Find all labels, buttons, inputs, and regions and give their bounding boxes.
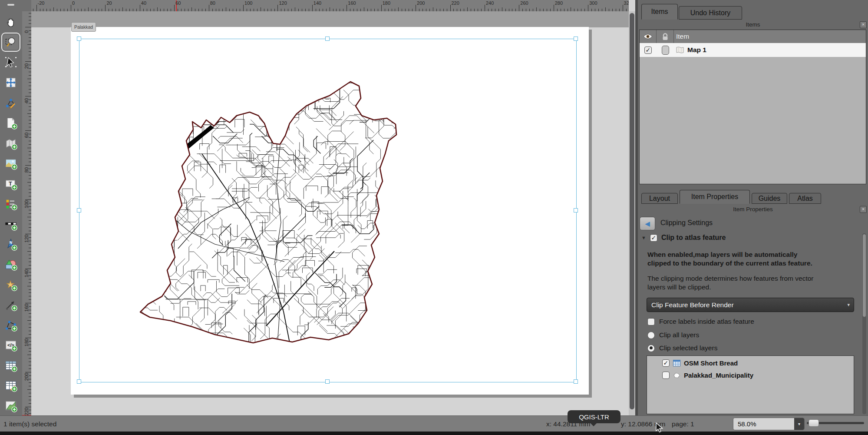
table-grid-icon: [673, 360, 680, 366]
qgis-layout-window: -200204060801001201401601802002202402602…: [0, 0, 868, 435]
tab-atlas[interactable]: Atlas: [789, 193, 821, 204]
tab-items[interactable]: Items: [641, 4, 678, 20]
tab-items-label: Items: [651, 8, 668, 16]
selection-handle[interactable]: [325, 379, 330, 384]
move-content-tool-icon[interactable]: [3, 75, 18, 90]
clip-selected-layers-radio[interactable]: [647, 345, 655, 352]
add-scalebar-icon[interactable]: [3, 217, 18, 232]
selection-handle[interactable]: [77, 379, 81, 384]
page-tab-label: Palakkad: [71, 22, 96, 32]
add-attribute-table-icon[interactable]: [3, 358, 18, 373]
layer-row-osm[interactable]: OSM Short Bread: [662, 359, 738, 367]
visibility-checkbox[interactable]: [644, 46, 652, 54]
selection-handle[interactable]: [574, 379, 578, 384]
properties-scrollbar[interactable]: [862, 233, 866, 414]
clip-all-layers-radio[interactable]: [647, 332, 655, 339]
layout-canvas[interactable]: Palakkad: [31, 11, 629, 415]
clip-all-layers-option: Clip all layers: [647, 331, 699, 339]
add-label-icon[interactable]: T: [3, 176, 18, 191]
clipping-note: The clipping mode determines how feature…: [647, 274, 851, 292]
items-tree-row-map1[interactable]: Map 1: [640, 43, 866, 57]
layout-toolbar: TN★</>: [0, 11, 22, 415]
lock-toggle[interactable]: [662, 46, 669, 55]
layer-label: Palakkad_Municipality: [684, 372, 753, 379]
mouse-cursor: [655, 422, 664, 433]
lock-icon: [662, 33, 669, 41]
edit-nodes-tool-icon[interactable]: [3, 96, 18, 110]
close-item-properties-button[interactable]: ×: [860, 206, 867, 213]
tab-guides-label: Guides: [759, 195, 781, 203]
zoom-level-combobox[interactable]: 58.0% ▾: [733, 418, 805, 430]
clipping-mode-dropdown[interactable]: Clip Feature Before Render ▾: [647, 298, 854, 312]
tab-item-properties[interactable]: Item Properties: [680, 190, 750, 204]
layer-row-palakkad[interactable]: Palakkad_Municipality: [662, 372, 753, 379]
note-line: The clipping mode determines how feature…: [647, 274, 851, 283]
tab-layout[interactable]: Layout: [641, 193, 678, 204]
page-shadow: [589, 30, 592, 397]
item-column-header: Item: [674, 30, 866, 43]
force-labels-checkbox[interactable]: [647, 318, 655, 325]
pan-tool-icon[interactable]: [3, 15, 18, 30]
items-panel-title: Items: [638, 21, 868, 28]
app-tooltip: QGIS-LTR: [568, 410, 620, 423]
selection-handle[interactable]: [77, 208, 81, 213]
scrollbar-thumb[interactable]: [630, 13, 634, 409]
note-line: When enabled,map layers will be automati…: [647, 250, 851, 259]
lock-column-header: [657, 30, 674, 43]
zoom-tool-icon[interactable]: [3, 35, 18, 50]
zoom-slider[interactable]: [807, 422, 864, 424]
selection-handle[interactable]: [325, 37, 330, 41]
close-items-panel-button[interactable]: ×: [860, 21, 867, 28]
selection-handle[interactable]: [574, 37, 578, 41]
note-line: layers will be clipped.: [647, 283, 851, 292]
canvas-vertical-scrollbar[interactable]: [629, 11, 635, 415]
select-tool-icon[interactable]: [3, 55, 18, 70]
add-elevation-profile-icon[interactable]: [3, 398, 18, 413]
section-title: Clipping Settings: [660, 219, 713, 227]
clip-to-atlas-checkbox[interactable]: [650, 234, 657, 242]
add-node-item-icon[interactable]: [3, 318, 18, 332]
tab-guides[interactable]: Guides: [752, 193, 787, 204]
clip-selected-layers-label: Clip selected layers: [659, 344, 717, 352]
add-html-icon[interactable]: </>: [3, 338, 18, 352]
add-page-icon[interactable]: [3, 116, 18, 130]
add-marker-icon[interactable]: ★: [3, 277, 18, 292]
add-arrow-icon[interactable]: [3, 297, 18, 312]
add-north-arrow-icon[interactable]: N: [3, 237, 18, 252]
clip-to-atlas-row: ▼ Clip to atlas feature: [641, 234, 726, 242]
selection-handle[interactable]: [77, 37, 81, 41]
polygon-layer-icon: [673, 372, 680, 379]
scrollbar-thumb[interactable]: [863, 234, 866, 317]
svg-text:N: N: [10, 240, 13, 245]
chevron-down-icon[interactable]: ▾: [794, 418, 804, 430]
zoom-level-value: 58.0%: [733, 420, 794, 428]
add-map-icon[interactable]: [3, 136, 18, 151]
item-label: Map 1: [687, 46, 706, 54]
add-shape-icon[interactable]: [3, 257, 18, 272]
horizontal-ruler: -200204060801001201401601802002202402602…: [31, 0, 629, 12]
page-shadow: [74, 395, 592, 398]
tab-atlas-label: Atlas: [797, 195, 813, 203]
clip-to-atlas-label: Clip to atlas feature: [661, 234, 726, 242]
add-legend-icon[interactable]: [3, 196, 18, 211]
tab-undo-history-label: Undo History: [690, 9, 730, 17]
add-picture-icon[interactable]: [3, 156, 18, 171]
selection-status: 1 item(s) selected: [3, 420, 56, 428]
clip-all-layers-label: Clip all layers: [659, 331, 699, 339]
add-fixed-table-icon[interactable]: [3, 378, 18, 393]
expander-triangle-icon[interactable]: ▼: [641, 235, 646, 240]
chevron-left-icon: ◀: [645, 220, 650, 228]
selection-handle[interactable]: [574, 208, 578, 213]
layer-checkbox[interactable]: [662, 359, 670, 367]
item-properties-panel-title: Item Properties: [638, 206, 868, 213]
vertical-ruler: 020406080100120140160180200220: [22, 11, 32, 415]
zoom-slider-handle[interactable]: [809, 419, 819, 427]
tab-item-properties-label: Item Properties: [691, 193, 738, 201]
items-tree: Item Map 1: [639, 30, 866, 184]
back-button[interactable]: ◀: [640, 217, 655, 230]
page-indicator: page: 1: [672, 420, 694, 428]
map-item-icon: [676, 46, 684, 53]
visibility-column-header: [640, 30, 657, 43]
tab-undo-history[interactable]: Undo History: [679, 6, 742, 20]
layer-checkbox[interactable]: [662, 372, 670, 379]
